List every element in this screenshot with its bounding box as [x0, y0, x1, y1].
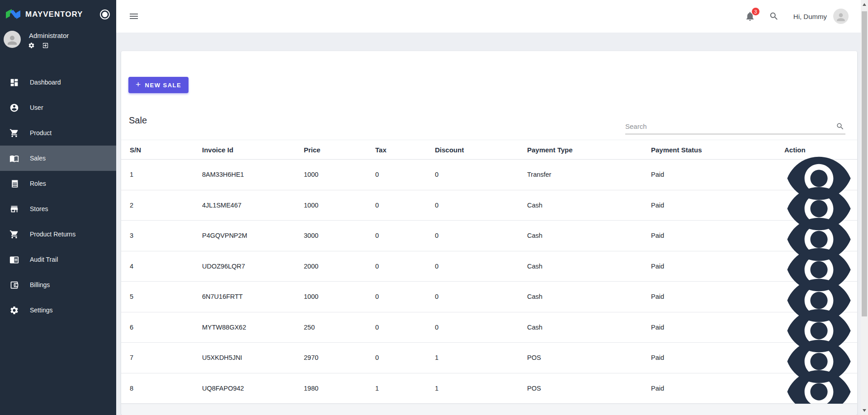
table-row: 24JL1SME467100000CashPaid — [121, 190, 857, 221]
cell-invoice: P4GQVPNP2M — [202, 232, 304, 239]
column-header: Payment Type — [527, 146, 651, 154]
column-header: Price — [304, 146, 375, 154]
app-title: MAYVENTORY — [25, 10, 100, 19]
cell-discount: 0 — [435, 324, 527, 331]
search-field-icon[interactable] — [836, 122, 844, 131]
cell-tax: 0 — [375, 354, 435, 361]
table-row: 7U5XKDH5JNI297001POSPaid — [121, 343, 857, 373]
cell-sn: 2 — [130, 202, 202, 209]
cell-tax: 0 — [375, 232, 435, 239]
cart-icon — [9, 230, 19, 239]
sidebar-toggle-circle-icon[interactable] — [100, 9, 110, 19]
cell-sn: 6 — [130, 324, 202, 331]
table-header-row: S/NInvoice IdPriceTaxDiscountPayment Typ… — [121, 140, 857, 160]
sidebar-item-product[interactable]: Product — [0, 120, 116, 146]
column-header: Discount — [435, 146, 527, 154]
scrollbar-up-arrow[interactable] — [863, 3, 866, 6]
cell-sn: 3 — [130, 232, 202, 239]
cell-tax: 0 — [375, 263, 435, 270]
menu-icon[interactable] — [128, 11, 139, 22]
table-row: 3P4GQVPNP2M300000CashPaid — [121, 221, 857, 251]
receipt-icon — [9, 179, 19, 189]
cell-price: 1980 — [304, 385, 375, 392]
sidebar-item-label: Sales — [30, 155, 46, 162]
cell-price: 3000 — [304, 232, 375, 239]
cell-invoice: 6N7U16FRTT — [202, 293, 304, 300]
user-greeting[interactable]: Hi, Dummy — [793, 13, 827, 20]
sidebar-item-label: Product Returns — [30, 231, 75, 238]
cell-discount: 0 — [435, 202, 527, 209]
sidebar-item-label: User — [30, 104, 43, 111]
profile-section: Administrator — [0, 27, 116, 49]
user-icon — [9, 103, 19, 113]
cell-invoice: U5XKDH5JNI — [202, 354, 304, 361]
profile-avatar — [4, 31, 21, 48]
topbar-avatar[interactable] — [833, 9, 849, 24]
table-row: 56N7U16FRTT100000CashPaid — [121, 282, 857, 312]
table-row: 18AM33H6HE1100000TransferPaid — [121, 160, 857, 190]
wallet-icon — [9, 280, 19, 290]
sidebar-item-roles[interactable]: Roles — [0, 171, 116, 196]
topbar: 3 Hi, Dummy — [116, 0, 861, 33]
sidebar-item-label: Dashboard — [30, 79, 61, 86]
window-scrollbar — [861, 0, 868, 415]
sidebar-item-settings[interactable]: Settings — [0, 297, 116, 323]
sidebar: MAYVENTORY Administrator Dashboard User … — [0, 0, 116, 415]
gear-icon — [9, 306, 19, 315]
cell-sn: 7 — [130, 354, 202, 361]
table-row: 6MYTW88GX6225000CashPaid — [121, 312, 857, 343]
cell-price: 1000 — [304, 171, 375, 178]
cell-payment_status: Paid — [651, 263, 784, 270]
cell-invoice: 8AM33H6HE1 — [202, 171, 304, 178]
logout-icon[interactable] — [42, 42, 49, 49]
store-icon — [9, 204, 19, 214]
cell-invoice: 4JL1SME467 — [202, 202, 304, 209]
cell-discount: 0 — [435, 232, 527, 239]
sidebar-item-label: Audit Trail — [30, 256, 58, 263]
cell-discount: 1 — [435, 385, 527, 392]
cell-price: 1000 — [304, 293, 375, 300]
cell-price: 1000 — [304, 202, 375, 209]
book-icon — [9, 154, 19, 163]
profile-role-label: Administrator — [29, 31, 69, 39]
search-icon[interactable] — [769, 11, 779, 21]
cell-payment_type: Cash — [527, 202, 651, 209]
cart-icon — [9, 128, 19, 138]
new-sale-button[interactable]: + NEW SALE — [128, 77, 189, 93]
cell-payment_status: Paid — [651, 385, 784, 392]
sidebar-item-sales[interactable]: Sales — [0, 146, 116, 171]
sales-table: S/NInvoice IdPriceTaxDiscountPayment Typ… — [121, 140, 857, 404]
cell-discount: 1 — [435, 354, 527, 361]
table-row: 8UQ8FAPO942198011POSPaid — [121, 373, 857, 404]
cell-payment_type: POS — [527, 385, 651, 392]
scrollbar-thumb[interactable] — [862, 11, 867, 316]
cell-payment_type: POS — [527, 354, 651, 361]
sidebar-item-label: Roles — [30, 180, 46, 187]
cell-payment_status: Paid — [651, 293, 784, 300]
cell-payment_status: Paid — [651, 354, 784, 361]
reader-icon — [9, 255, 19, 264]
cell-discount: 0 — [435, 293, 527, 300]
sidebar-item-label: Settings — [30, 307, 53, 314]
plus-icon: + — [136, 80, 142, 90]
cell-price: 2970 — [304, 354, 375, 361]
gear-icon[interactable] — [28, 42, 35, 49]
scrollbar-down-arrow[interactable] — [863, 409, 866, 412]
sidebar-item-audit-trail[interactable]: Audit Trail — [0, 247, 116, 272]
bell-icon[interactable]: 3 — [745, 11, 755, 22]
app-logo-icon — [5, 8, 22, 21]
cell-price: 250 — [304, 324, 375, 331]
dashboard-icon — [9, 78, 19, 87]
sidebar-item-dashboard[interactable]: Dashboard — [0, 70, 116, 95]
sidebar-item-user[interactable]: User — [0, 95, 116, 120]
sidebar-item-stores[interactable]: Stores — [0, 196, 116, 222]
cell-tax: 1 — [375, 385, 435, 392]
sidebar-item-billings[interactable]: Billings — [0, 272, 116, 297]
cell-payment_type: Cash — [527, 232, 651, 239]
search-input[interactable] — [625, 119, 845, 134]
sidebar-item-label: Stores — [30, 205, 48, 212]
sidebar-item-product-returns[interactable]: Product Returns — [0, 222, 116, 247]
cell-tax: 0 — [375, 324, 435, 331]
sidebar-item-label: Product — [30, 129, 52, 137]
cell-sn: 4 — [130, 263, 202, 270]
